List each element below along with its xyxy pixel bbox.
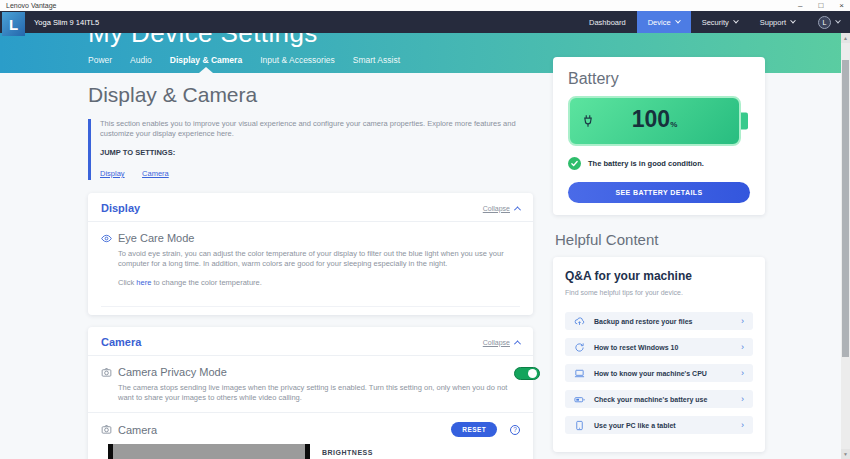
close-button[interactable]: × [839,2,844,10]
display-card-body: Eye Care Mode To avoid eye strain, you c… [88,222,533,296]
scrollbar-up-arrow[interactable]: ▲ [841,33,850,43]
battery-card: Battery 100% The battery is in good cond… [553,57,765,215]
scrollbar-thumb[interactable] [842,60,849,357]
tab-display-camera[interactable]: Display & Camera [170,55,242,65]
helpful-content-title: Helpful Content [555,231,765,248]
refresh-icon [574,342,585,353]
camera-card-title: Camera [101,336,141,348]
section-heading: Display & Camera [88,83,533,107]
eye-care-title: Eye Care Mode [118,232,194,244]
check-circle-icon [568,157,581,170]
scrollbar-down-arrow[interactable]: ▼ [841,449,850,459]
window-controls: – □ × [798,2,844,10]
jump-link-camera[interactable]: Camera [142,169,169,178]
camera-card-header: Camera Collapse [88,327,533,355]
laptop-icon [574,368,585,379]
camera-tool-title: Camera [118,424,445,436]
brightness-label: BRIGHTNESS [322,449,520,456]
nav-item-support[interactable]: Support [749,11,806,33]
toggle-knob [528,369,537,378]
qa-item-machine-cpu[interactable]: How to know your machine's CPU › [565,364,753,382]
window-titlebar: Lenovo Vantage – □ × [0,0,850,11]
help-icon[interactable]: ? [510,425,520,435]
qa-item-backup[interactable]: Backup and restore your files › [565,312,753,330]
qa-item-pc-tablet[interactable]: Use your PC like a tablet › [565,416,753,434]
camera-privacy-section: Camera Privacy Mode The camera stops sen… [88,356,533,412]
tablet-icon [574,420,585,431]
see-battery-details-button[interactable]: SEE BATTERY DETAILS [568,182,750,203]
brightness-control: BRIGHTNESS ↔ [322,449,520,459]
camera-sliders: BRIGHTNESS ↔ CONTRAST ↔ [322,444,520,459]
jump-to-settings-label: JUMP TO SETTINGS: [100,148,533,157]
chevron-down-icon [790,18,796,24]
battery-gauge: 100% [568,96,741,146]
qa-item-reset-windows[interactable]: How to reset Windows 10 › [565,338,753,356]
chevron-right-icon: › [741,421,744,430]
battery-icon [574,394,585,405]
battery-status-row: The battery is in good condition. [568,157,750,170]
eye-icon [101,233,112,244]
camera-privacy-title: Camera Privacy Mode [118,366,227,378]
battery-percent: 100% [570,106,739,133]
page-title: My Device Settings [88,33,318,46]
qa-card-subtitle: Find some helpful tips for your device. [565,289,753,296]
camera-collapse-button[interactable]: Collapse [483,339,520,346]
chevron-right-icon: › [741,369,744,378]
qa-item-battery-use[interactable]: Check your machine's battery use › [565,390,753,408]
chevron-down-icon [675,18,681,24]
camera-icon [101,424,112,435]
sidebar: Battery 100% The battery is in good cond… [553,57,765,452]
minimize-button[interactable]: – [798,2,802,10]
here-link[interactable]: here [136,278,151,287]
tab-audio[interactable]: Audio [130,55,152,65]
color-temperature-line: Click here to change the color temperatu… [118,278,520,287]
main-content: Display & Camera This section enables yo… [88,73,533,459]
camera-adjust-section: BRIGHTNESS ↔ CONTRAST ↔ [88,444,533,459]
nav-item-dashboard[interactable]: Dashboard [578,11,637,33]
camera-tool-header: Camera RESET ? [88,413,533,444]
nav-item-device[interactable]: Device [637,11,691,33]
top-navbar: L Yoga Slim 9 14ITL5 Dashboard Device Se… [0,11,850,33]
camera-privacy-toggle[interactable] [514,367,540,380]
cloud-backup-icon [574,316,585,327]
intro-text: This section enables you to improve your… [100,119,532,139]
tab-power[interactable]: Power [88,55,112,65]
jump-link-display[interactable]: Display [100,169,125,178]
tab-input-accessories[interactable]: Input & Accessories [260,55,335,65]
maximize-button[interactable]: □ [818,2,823,10]
camera-card: Camera Collapse Camera Privacy Mode The … [88,327,533,459]
eye-care-row: Eye Care Mode [101,232,520,244]
chevron-down-icon[interactable] [835,18,841,24]
battery-card-title: Battery [568,70,750,88]
camera-privacy-description: The camera stops sending live images whe… [118,383,514,403]
device-name: Yoga Slim 9 14ITL5 [34,18,99,27]
eye-care-description: To avoid eye strain, you can adjust the … [118,249,514,269]
tab-smart-assist[interactable]: Smart Assist [353,55,400,65]
chevron-right-icon: › [741,317,744,326]
display-card: Display Collapse Eye Care Mode To avoid … [88,193,533,315]
battery-nub [741,113,748,130]
camera-preview [108,444,310,459]
window-title: Lenovo Vantage [6,2,56,9]
lenovo-logo: L [2,12,25,36]
camera-privacy-row: Camera Privacy Mode [101,366,514,378]
chevron-right-icon: › [741,395,744,404]
chevron-down-icon [733,18,739,24]
chevron-up-icon [514,206,521,213]
nav-menu: Dashboard Device Security Support L [578,11,850,33]
display-card-title: Display [101,202,140,214]
jump-links: Display Camera [100,162,533,180]
qa-card-title: Q&A for your machine [565,269,753,283]
camera-icon [101,367,112,378]
chevron-up-icon [514,340,521,347]
vertical-scrollbar[interactable]: ▲ ▼ [841,33,850,459]
qa-card: Q&A for your machine Find some helpful t… [553,257,765,452]
display-card-header: Display Collapse [88,193,533,221]
reset-button[interactable]: RESET [451,422,497,437]
settings-tabs: Power Audio Display & Camera Input & Acc… [88,55,400,65]
display-collapse-button[interactable]: Collapse [483,205,520,212]
user-avatar[interactable]: L [818,16,831,29]
chevron-right-icon: › [741,343,744,352]
nav-item-security[interactable]: Security [691,11,749,33]
intro-block: This section enables you to improve your… [88,119,533,180]
